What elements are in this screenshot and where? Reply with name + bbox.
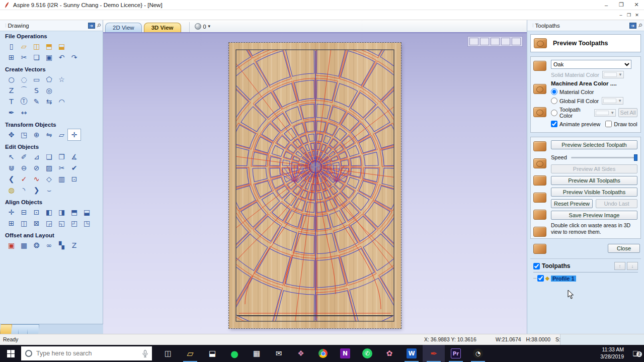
extend-curve-icon[interactable]: ❯ (30, 185, 43, 196)
edit-picture-icon[interactable]: ▥ (55, 173, 68, 185)
profile1-visibility-checkbox[interactable] (537, 275, 544, 282)
align-right-last-icon[interactable]: ◱ (55, 218, 68, 229)
center-in-selection-icon[interactable]: ⊞ (5, 218, 18, 229)
distort-icon[interactable]: ▱ (55, 129, 68, 140)
speed-slider-handle[interactable] (634, 154, 637, 161)
animate-preview-checkbox[interactable] (551, 121, 557, 127)
trim-vectors-icon[interactable]: ✂ (55, 162, 68, 173)
close-vector-icon[interactable]: ◇ (43, 173, 55, 185)
reset-preview-button[interactable]: Reset Preview (551, 199, 593, 208)
action-center-button[interactable]: ❏ 2 (629, 350, 642, 357)
menu-item[interactable] (27, 14, 36, 16)
aspire-taskbar-icon[interactable]: ✒ (423, 345, 445, 362)
photos-icon[interactable]: ❖ (290, 345, 312, 362)
align-top-last-icon[interactable]: ◰ (68, 218, 80, 229)
microphone-icon[interactable] (142, 350, 148, 357)
set-all-button[interactable]: Set All (618, 108, 637, 117)
align-right-icon[interactable]: ◨ (55, 207, 68, 218)
circular-copy-icon[interactable]: ❂ (30, 240, 43, 251)
alignment-icon[interactable]: ✛ (68, 129, 80, 140)
offset-vectors-icon[interactable]: ▣ (5, 240, 18, 251)
preview-all-toolpaths-button[interactable]: Preview All Toolpaths (551, 176, 637, 185)
curve-fit-icon[interactable]: ✓ (18, 173, 30, 185)
set-size-icon[interactable]: ◳ (18, 129, 30, 140)
panel-grip[interactable]: ⁞ (532, 23, 533, 28)
nest-parts-icon[interactable]: ▚ (55, 240, 68, 251)
global-fill-color-radio[interactable] (551, 98, 557, 104)
calendar-icon[interactable]: ▦ (246, 345, 268, 362)
arc-fit-icon[interactable]: ❮ (5, 173, 18, 185)
file-explorer-icon[interactable]: ▱ (179, 345, 201, 362)
task-view-button[interactable]: ◫ (157, 345, 179, 362)
edit-text-icon[interactable]: ✎ (30, 96, 43, 107)
new-file-icon[interactable]: ▯ (5, 41, 18, 52)
measure-icon[interactable]: ∡ (68, 151, 80, 162)
paint3d-icon[interactable]: ✿ (378, 345, 400, 362)
freehand-smooth-icon[interactable]: ∿ (30, 173, 43, 185)
extend-arc-icon[interactable]: ◝ (18, 185, 30, 196)
paste-icon[interactable]: ▣ (43, 52, 55, 63)
preview-visible-toolpaths-button[interactable]: Preview Visible Toolpaths (551, 188, 637, 197)
align-left-icon[interactable]: ◧ (43, 207, 55, 218)
import-vectors-icon[interactable]: ⬒ (43, 41, 55, 52)
menu-item[interactable] (45, 14, 54, 16)
tab-3d-view[interactable]: 3D View (144, 23, 181, 32)
minimize-button[interactable]: – (599, 0, 614, 10)
align-left-last-icon[interactable]: ◲ (43, 218, 55, 229)
job-setup-icon[interactable]: ⊞ (5, 52, 18, 63)
copy-icon[interactable]: ❏ (30, 52, 43, 63)
taskbar-search[interactable] (21, 346, 152, 360)
close-preview-button[interactable]: Close (608, 244, 640, 253)
draw-polyline-icon[interactable]: Z (5, 85, 18, 96)
align-center-y-icon[interactable]: ⊡ (30, 207, 43, 218)
draw-tool-checkbox[interactable] (605, 121, 612, 127)
layer-control[interactable]: 0 ▼ (189, 22, 211, 32)
align-center-material-icon[interactable]: ✛ (5, 207, 18, 218)
align-top-icon[interactable]: ⬒ (68, 207, 80, 218)
mdi-minimize-button[interactable]: – (617, 12, 625, 19)
spotify-icon[interactable]: ● (223, 345, 246, 362)
group-objects-icon[interactable]: ❏ (43, 151, 55, 162)
dock-panel-icon[interactable]: ➔ (629, 23, 636, 29)
start-button[interactable] (0, 345, 21, 362)
draw-rectangle-icon[interactable]: ▭ (30, 74, 43, 85)
chrome-icon[interactable] (312, 345, 334, 362)
draw-circle-icon[interactable]: ○ (5, 74, 18, 85)
subtract-vectors-icon[interactable]: ⊖ (18, 162, 30, 173)
node-edit-icon[interactable]: ✐ (18, 151, 30, 162)
preview-selected-toolpath-button[interactable]: Preview Selected Toolpath (551, 140, 637, 149)
array-copy-icon[interactable]: ▦ (18, 240, 30, 251)
vector-validator-icon[interactable]: ✔ (68, 162, 80, 173)
mail-icon[interactable]: ✉ (268, 345, 290, 362)
solid-material-color-dropdown[interactable]: ▼ (602, 71, 624, 78)
set-position-icon[interactable]: ⊕ (30, 129, 43, 140)
move-toolpath-down-button[interactable]: ↓ (627, 262, 638, 270)
undo-icon[interactable]: ↶ (55, 52, 68, 63)
material-block-preview[interactable] (229, 43, 401, 328)
align-bottom-last-icon[interactable]: ◳ (80, 218, 93, 229)
hatch-vectors-icon[interactable]: ▨ (43, 162, 55, 173)
menu-item[interactable] (18, 14, 27, 16)
word-icon[interactable]: W (400, 345, 423, 362)
mdi-close-button[interactable]: ✕ (633, 12, 641, 19)
draw-curve-icon[interactable]: S (30, 85, 43, 96)
align-center-x-icon[interactable]: ⊟ (18, 207, 30, 218)
panel-grip[interactable]: ⁞ (5, 23, 6, 28)
draw-ellipse-icon[interactable]: ◌ (18, 74, 30, 85)
menu-item[interactable] (36, 14, 45, 16)
toolpath-item-label[interactable]: Profile 1 (551, 276, 576, 282)
preview-all-sides-button[interactable]: Preview All Sides (551, 164, 637, 173)
toolpaths-visibility-checkbox[interactable] (533, 263, 540, 269)
zigzag-icon[interactable]: Z (68, 240, 80, 251)
text-spacing-icon[interactable]: ⇆ (43, 96, 55, 107)
save-preview-image-button[interactable]: Save Preview Image (551, 211, 637, 220)
restore-button[interactable]: ❐ (614, 0, 629, 10)
search-input[interactable] (36, 350, 138, 357)
draw-text-box-icon[interactable]: Ⓣ (18, 96, 30, 107)
menu-item[interactable] (9, 14, 18, 16)
align-bottom-icon[interactable]: ⬓ (80, 207, 93, 218)
panel-tab[interactable] (27, 324, 39, 334)
center-y-selection-icon[interactable]: ⊠ (30, 218, 43, 229)
draw-star-icon[interactable]: ☆ (55, 74, 68, 85)
whatsapp-icon[interactable]: ✆ (356, 345, 378, 362)
